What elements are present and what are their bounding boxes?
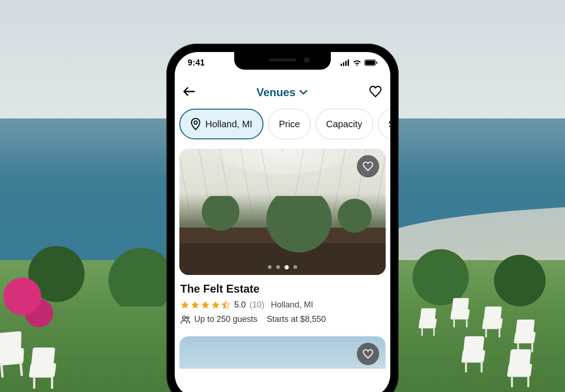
capacity-text: Up to 250 guests [194,314,257,324]
phone-frame: 9:41 Venues [166,44,399,392]
bg-chair [451,300,475,327]
svg-rect-3 [348,59,349,66]
chip-label: S [388,119,390,130]
rating-value: 5.0 [234,300,246,310]
heart-icon [369,85,382,98]
category-dropdown[interactable]: Venues [256,86,308,99]
carousel-dot[interactable] [268,265,272,269]
star-rating [180,301,230,310]
wifi-icon [353,59,361,66]
bg-chair [419,310,441,336]
heart-icon [362,161,374,171]
bg-chair [0,333,34,378]
venue-capacity: Up to 250 guests [180,314,257,324]
app-content: Venues Holland, MI Price [175,79,390,392]
map-pin-icon [191,118,201,130]
venue-image-carousel[interactable] [179,336,386,369]
filter-chip-capacity[interactable]: Capacity [315,109,373,139]
back-button[interactable] [183,87,195,98]
venue-location: Holland, MI [271,300,313,310]
bg-chair [508,352,539,387]
bg-flowers [0,274,56,330]
star-icon [180,301,190,310]
filter-chip-price[interactable]: Price [268,109,311,139]
category-title: Venues [256,86,296,99]
arrow-left-icon [183,87,195,96]
phone-screen: 9:41 Venues [175,52,390,392]
chip-label: Holland, MI [205,119,252,130]
svg-point-9 [183,316,185,319]
star-icon [201,301,210,310]
bg-chair [30,350,63,389]
bg-chair [462,338,492,372]
venue-rating-row: 5.0 (10) Holland, MI [180,300,385,310]
app-header: Venues [175,79,390,103]
chevron-down-icon [299,90,308,95]
bg-chair [483,308,508,338]
phone-notch [234,52,331,70]
save-venue-button[interactable] [357,343,379,365]
heart-icon [362,349,374,359]
svg-point-10 [187,317,189,319]
carousel-dot[interactable] [276,265,280,269]
status-time: 9:41 [188,58,205,68]
svg-rect-5 [365,60,375,65]
promo-background: 9:41 Venues [0,0,565,392]
battery-icon [364,59,377,66]
venue-card[interactable] [179,336,386,369]
carousel-dot[interactable] [294,265,297,269]
svg-rect-0 [341,64,342,66]
cellular-icon [341,59,350,66]
star-half-icon [221,301,230,310]
star-icon [191,301,200,310]
favorites-button[interactable] [369,85,382,99]
carousel-dots[interactable] [268,265,297,269]
carousel-dot-active[interactable] [285,265,289,269]
venue-name: The Felt Estate [180,282,385,295]
review-count: (10) [250,300,264,310]
venue-meta-row: Up to 250 guests Starts at $8,550 [180,314,385,324]
people-icon [180,315,191,324]
filter-chips-row[interactable]: Holland, MI Price Capacity S [175,103,390,149]
venue-image [179,196,386,275]
save-venue-button[interactable] [357,155,379,177]
filter-chip-location[interactable]: Holland, MI [179,109,263,139]
status-indicators [341,59,377,66]
chip-label: Capacity [326,119,362,130]
svg-rect-1 [343,62,344,66]
venue-price: Starts at $8,550 [267,314,326,324]
svg-rect-2 [345,61,347,66]
svg-point-7 [194,121,197,124]
bg-chair [515,321,541,353]
star-icon [211,301,220,310]
venue-image-carousel[interactable] [179,149,386,275]
venue-card[interactable]: The Felt Estate 5.0 (10) Holland, MI [175,149,390,378]
chip-label: Price [279,119,300,130]
filter-chip-more[interactable]: S [378,109,390,139]
svg-rect-6 [376,62,377,64]
